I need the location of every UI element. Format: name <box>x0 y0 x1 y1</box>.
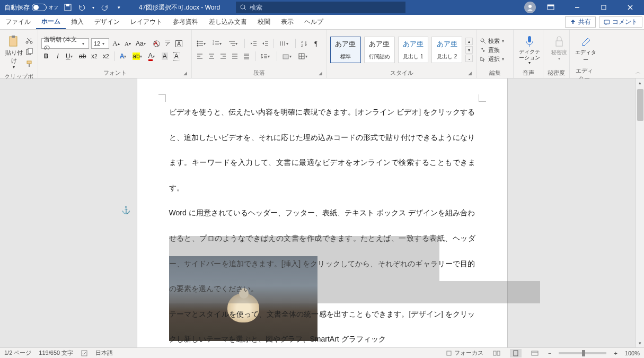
shrink-font-icon[interactable]: A▾ <box>123 38 133 49</box>
scroll-down-icon[interactable]: ▾ <box>636 339 644 347</box>
numbering-icon[interactable]: 12▾ <box>211 38 225 49</box>
replace-button[interactable]: 置換 <box>480 46 510 54</box>
tab-design[interactable]: デザイン <box>89 15 125 29</box>
search-box[interactable]: 検索 <box>236 2 405 13</box>
highlight-icon[interactable]: ab▾ <box>131 51 145 62</box>
line-spacing-icon[interactable]: ▾ <box>259 51 273 62</box>
zoom-in-button[interactable]: + <box>614 350 617 356</box>
scroll-thumb[interactable] <box>637 89 643 121</box>
status-proofing-icon[interactable] <box>81 350 88 357</box>
align-left-icon[interactable] <box>195 51 205 62</box>
bold-button[interactable]: B <box>41 51 51 62</box>
styles-expand-icon[interactable]: ⌄ <box>465 55 473 62</box>
vertical-scrollbar[interactable]: ▴ ▾ <box>636 78 644 347</box>
align-distributed-icon[interactable] <box>242 51 251 62</box>
tab-references[interactable]: 参考資料 <box>167 15 204 29</box>
align-justify-icon[interactable] <box>230 51 240 62</box>
clear-format-icon[interactable]: A⃠ <box>151 38 161 49</box>
copy-icon[interactable] <box>24 47 34 57</box>
italic-button[interactable]: I <box>53 51 63 62</box>
tab-mailings[interactable]: 差し込み文書 <box>204 15 252 29</box>
sensitivity-button[interactable]: 秘密度▾ <box>546 32 572 63</box>
strikethrough-button[interactable]: ab <box>78 51 87 62</box>
styles-scroll-down-icon[interactable]: ▾ <box>465 46 473 54</box>
editor-button[interactable]: エディター <box>573 32 598 66</box>
styles-scroll-up-icon[interactable]: ▴ <box>465 38 473 45</box>
tab-insert[interactable]: 挿入 <box>66 15 89 29</box>
char-border-icon[interactable]: A <box>172 51 181 62</box>
autosave-switch[interactable] <box>32 4 47 11</box>
status-page[interactable]: 1/2 ページ <box>4 349 31 357</box>
document-page[interactable]: ⚓ ビデオを使うと、伝えたい内容を明確に表現できます。[オンライン ビデオ] を… <box>137 78 508 347</box>
close-icon[interactable] <box>619 0 642 15</box>
minimize-icon[interactable] <box>566 0 589 15</box>
status-words[interactable]: 119/650 文字 <box>39 349 73 357</box>
styles-launcher-icon[interactable]: ◢ <box>468 71 472 76</box>
zoom-level[interactable]: 100% <box>625 350 640 356</box>
format-painter-icon[interactable] <box>24 58 34 69</box>
view-read-icon[interactable] <box>491 349 502 357</box>
shading-icon[interactable]: ▾ <box>281 51 295 62</box>
font-launcher-icon[interactable]: ◢ <box>183 71 187 76</box>
superscript-button[interactable]: x2 <box>101 51 111 62</box>
phonetic-guide-icon[interactable]: ア <box>163 38 172 49</box>
share-button[interactable]: 共有 <box>565 16 596 28</box>
asian-layout-icon[interactable]: ▾ <box>278 38 292 49</box>
view-print-icon[interactable] <box>510 349 522 357</box>
paragraph-launcher-icon[interactable]: ◢ <box>319 71 322 76</box>
char-shading-icon[interactable]: A <box>160 51 170 62</box>
style-heading2[interactable]: あア亜見出し 2 <box>431 37 462 63</box>
tab-layout[interactable]: レイアウト <box>125 15 167 29</box>
tab-home[interactable]: ホーム <box>36 15 66 29</box>
paste-button[interactable]: 貼り付け ▾ <box>3 32 24 72</box>
comment-button[interactable]: コメント <box>599 16 642 28</box>
tab-file[interactable]: ファイル <box>0 15 36 29</box>
tab-help[interactable]: ヘルプ <box>299 15 329 29</box>
maximize-icon[interactable] <box>592 0 615 15</box>
zoom-slider[interactable] <box>559 352 606 354</box>
change-case-icon[interactable]: Aa▾ <box>135 38 149 49</box>
save-icon[interactable] <box>64 3 72 12</box>
align-right-icon[interactable] <box>218 51 228 62</box>
collapse-ribbon-icon[interactable]: ︿ <box>636 68 641 76</box>
redo-icon[interactable] <box>101 3 109 12</box>
show-marks-icon[interactable]: ¶ <box>311 38 321 49</box>
paragraph-1[interactable]: ビデオを使うと、伝えたい内容を明確に表現できます。[オンライン ビデオ] をクリ… <box>169 100 475 200</box>
underline-button[interactable]: U▾ <box>65 51 76 62</box>
undo-icon[interactable] <box>77 3 86 12</box>
ribbon-display-icon[interactable] <box>539 0 562 15</box>
undo-dropdown-icon[interactable]: ▾ <box>91 3 95 12</box>
subscript-button[interactable]: x2 <box>90 51 99 62</box>
grow-font-icon[interactable]: A▴ <box>111 38 121 49</box>
sort-icon[interactable]: AZ <box>299 38 309 49</box>
tab-review[interactable]: 校閲 <box>252 15 276 29</box>
zoom-out-button[interactable]: − <box>548 350 551 356</box>
document-body[interactable]: ビデオを使うと、伝えたい内容を明確に表現できます。[オンライン ビデオ] をクリ… <box>169 100 475 352</box>
style-nospacing[interactable]: あア亜行間詰め <box>364 37 395 63</box>
find-button[interactable]: 検索▾ <box>480 37 510 45</box>
enclose-char-icon[interactable]: A <box>174 38 184 49</box>
font-size-combo[interactable]: 12▾ <box>91 38 109 49</box>
select-button[interactable]: 選択▾ <box>480 55 510 63</box>
style-normal[interactable]: あア亜標準 <box>330 37 361 63</box>
bullets-icon[interactable]: ▾ <box>195 38 209 49</box>
user-avatar[interactable] <box>524 2 536 13</box>
dictation-button[interactable]: ディクテーション▾ <box>517 32 542 67</box>
decrease-indent-icon[interactable] <box>249 38 258 49</box>
borders-icon[interactable]: ▾ <box>297 51 311 62</box>
font-name-combo[interactable]: 游明朝 (本文の▾ <box>41 38 89 49</box>
multilevel-icon[interactable]: ▾ <box>227 38 241 49</box>
qat-customize-icon[interactable]: ▾ <box>114 3 123 12</box>
cut-icon[interactable] <box>24 35 34 46</box>
view-web-icon[interactable] <box>529 349 541 357</box>
text-effects-icon[interactable]: A▾ <box>119 51 130 62</box>
align-center-icon[interactable] <box>207 51 216 62</box>
status-language[interactable]: 日本語 <box>95 349 113 357</box>
font-color-icon[interactable]: A▾ <box>147 51 158 62</box>
paragraph-3[interactable]: テーマとスタイルを使って、文書全体の統一感を出すこともできます。[デザイン] を… <box>169 302 475 352</box>
scroll-up-icon[interactable]: ▴ <box>636 78 644 87</box>
increase-indent-icon[interactable] <box>260 38 270 49</box>
tab-view[interactable]: 表示 <box>276 15 299 29</box>
autosave-toggle[interactable]: 自動保存 オフ <box>4 3 58 12</box>
style-heading1[interactable]: あア亜見出し 1 <box>398 37 429 63</box>
